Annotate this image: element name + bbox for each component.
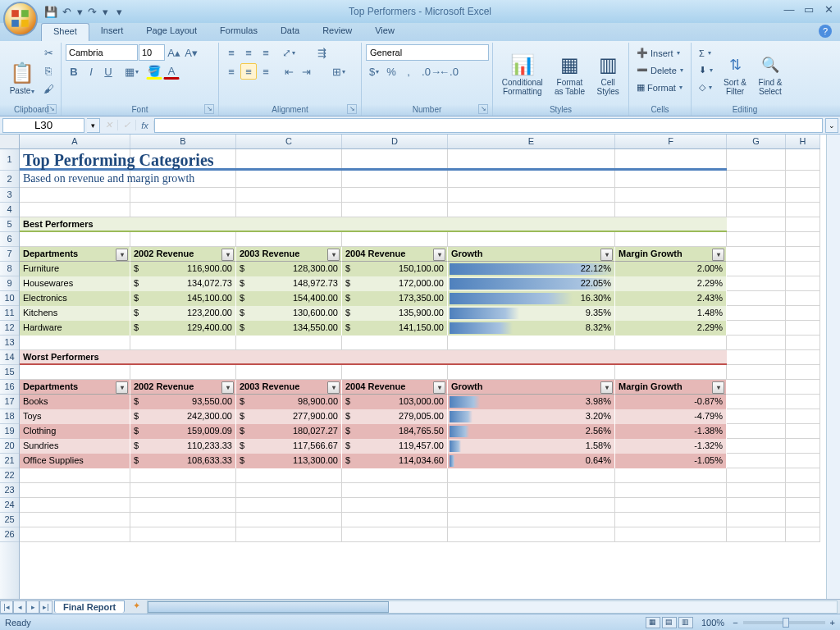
header-worst-0[interactable]: Departments▾ <box>20 380 130 395</box>
filter-button[interactable]: ▾ <box>221 381 234 394</box>
align-bottom-button[interactable]: ≡ <box>258 44 274 61</box>
header-best-0[interactable]: Departments▾ <box>20 247 130 262</box>
autosum-button[interactable]: Σ▾ <box>696 44 716 62</box>
comma-format-button[interactable]: , <box>400 63 417 80</box>
zoom-slider[interactable] <box>743 621 825 624</box>
close-button[interactable]: ✕ <box>822 3 835 15</box>
table-row[interactable]: Kitchens <box>20 306 130 321</box>
view-pagebreak-button[interactable]: ▥ <box>678 617 693 628</box>
cell-title[interactable]: Top Performing Categories <box>20 149 727 171</box>
table-row[interactable]: Books <box>20 395 130 409</box>
zoom-in-button[interactable]: + <box>830 618 835 628</box>
vertical-scrollbar[interactable] <box>826 135 840 599</box>
col-header-D[interactable]: D <box>342 135 448 148</box>
row-header-11[interactable]: 11 <box>0 306 19 321</box>
header-best-2[interactable]: 2003 Revenue▾ <box>236 247 342 262</box>
row-header-21[interactable]: 21 <box>0 454 19 468</box>
decrease-decimal-button[interactable]: ←.0 <box>441 63 457 80</box>
filter-button[interactable]: ▾ <box>327 249 340 261</box>
align-left-button[interactable]: ≡ <box>223 63 240 80</box>
formula-expand-button[interactable]: ⌄ <box>825 118 838 133</box>
row-header-7[interactable]: 7 <box>0 247 19 262</box>
undo-dropdown[interactable]: ▾ <box>77 6 83 18</box>
header-best-1[interactable]: 2002 Revenue▾ <box>130 247 236 262</box>
format-as-table-button[interactable]: ▦Format as Table <box>550 44 590 98</box>
redo-icon[interactable]: ↷ <box>88 6 97 18</box>
filter-button[interactable]: ▾ <box>327 381 340 394</box>
font-launcher[interactable]: ↘ <box>204 104 214 114</box>
zoom-level[interactable]: 100% <box>701 618 724 628</box>
copy-button[interactable]: ⎘ <box>40 62 57 79</box>
accounting-format-button[interactable]: $▾ <box>366 63 382 80</box>
cell-styles-button[interactable]: ▥Cell Styles <box>591 44 624 98</box>
row-header-6[interactable]: 6 <box>0 232 19 247</box>
grow-font-button[interactable]: A▴ <box>166 44 182 61</box>
header-best-4[interactable]: Growth▾ <box>448 247 615 262</box>
horizontal-scrollbar[interactable] <box>147 600 838 614</box>
col-header-E[interactable]: E <box>448 135 615 148</box>
header-worst-1[interactable]: 2002 Revenue▾ <box>130 380 236 395</box>
format-cells-button[interactable]: ▦Format▾ <box>633 79 686 96</box>
tab-nav-prev[interactable]: ◂ <box>13 600 26 614</box>
view-normal-button[interactable]: ▦ <box>646 617 660 628</box>
minimize-button[interactable]: — <box>783 3 796 15</box>
header-worst-3[interactable]: 2004 Revenue▾ <box>342 380 448 395</box>
orientation-button[interactable]: ⤢▾ <box>281 44 297 61</box>
row-header-9[interactable]: 9 <box>0 276 19 291</box>
delete-cells-button[interactable]: ➖Delete▾ <box>633 62 687 79</box>
zoom-out-button[interactable]: − <box>733 618 737 628</box>
header-best-5[interactable]: Margin Growth▾ <box>615 247 727 262</box>
filter-button[interactable]: ▾ <box>221 249 234 261</box>
insert-cells-button[interactable]: ➕Insert▾ <box>633 44 683 62</box>
select-all-corner[interactable] <box>0 135 20 149</box>
filter-button[interactable]: ▾ <box>712 381 724 394</box>
row-header-1[interactable]: 1 <box>0 149 19 171</box>
row-header-4[interactable]: 4 <box>0 203 19 217</box>
col-header-A[interactable]: A <box>20 135 130 148</box>
decrease-indent-button[interactable]: ⇤ <box>281 63 297 80</box>
cell-subtitle[interactable]: Based on revenue and margin growth <box>20 171 727 188</box>
row-header-3[interactable]: 3 <box>0 188 19 203</box>
tab-nav-last[interactable]: ▸| <box>39 600 52 614</box>
table-row[interactable]: Sundries <box>20 439 130 454</box>
alignment-launcher[interactable]: ↘ <box>347 104 357 114</box>
tab-nav-first[interactable]: |◂ <box>0 600 13 614</box>
cell-grid[interactable]: Top Performing CategoriesBased on revenu… <box>20 149 826 599</box>
percent-format-button[interactable]: % <box>383 63 399 80</box>
filter-button[interactable]: ▾ <box>116 249 128 261</box>
number-format-select[interactable] <box>366 44 489 61</box>
row-header-2[interactable]: 2 <box>0 171 19 188</box>
header-worst-2[interactable]: 2003 Revenue▾ <box>236 380 342 395</box>
formula-input[interactable] <box>154 118 823 133</box>
wrap-text-button[interactable]: ⇶ <box>305 44 338 61</box>
col-header-F[interactable]: F <box>615 135 727 148</box>
clipboard-launcher[interactable]: ↘ <box>47 104 57 114</box>
font-size-input[interactable] <box>139 44 165 61</box>
row-header-20[interactable]: 20 <box>0 439 19 454</box>
tab-view[interactable]: View <box>363 23 406 41</box>
tab-insert[interactable]: Insert <box>89 23 135 41</box>
name-box[interactable] <box>2 118 84 133</box>
row-header-13[interactable]: 13 <box>0 336 19 350</box>
office-button[interactable] <box>3 2 38 36</box>
maximize-button[interactable]: ▭ <box>802 3 815 15</box>
border-button[interactable]: ▦▾ <box>123 63 139 80</box>
save-icon[interactable]: 💾 <box>44 6 57 18</box>
row-header-25[interactable]: 25 <box>0 513 19 527</box>
enter-formula-button[interactable]: ✓ <box>118 120 136 130</box>
table-row[interactable]: Furniture <box>20 262 130 276</box>
row-header-5[interactable]: 5 <box>0 217 19 232</box>
row-header-22[interactable]: 22 <box>0 468 19 483</box>
row-header-17[interactable]: 17 <box>0 395 19 409</box>
merge-center-button[interactable]: ⊞▾ <box>322 63 355 80</box>
table-row[interactable]: Electronics <box>20 291 130 306</box>
undo-icon[interactable]: ↶ <box>62 6 71 18</box>
col-header-C[interactable]: C <box>236 135 342 148</box>
section-worst-label[interactable]: Worst Performers <box>20 350 727 365</box>
clear-button[interactable]: ◇▾ <box>696 79 716 96</box>
cut-button[interactable]: ✂ <box>40 44 57 61</box>
fx-button[interactable]: fx <box>136 121 154 130</box>
format-painter-button[interactable]: 🖌 <box>40 80 57 97</box>
help-icon[interactable]: ? <box>819 25 832 38</box>
bold-button[interactable]: B <box>66 63 82 80</box>
